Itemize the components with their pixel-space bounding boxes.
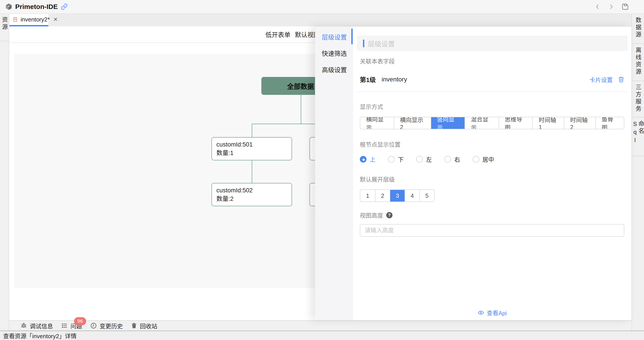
clock-icon	[90, 322, 97, 329]
lowcode-form-button[interactable]: 低开表单	[266, 26, 290, 42]
right-rail-item-named-sql[interactable]: 命名Sql	[632, 117, 644, 156]
display-mode-option-6[interactable]: 时间轴1	[532, 117, 564, 129]
app-title: Primeton-IDE	[15, 3, 58, 10]
tree-connector	[301, 95, 301, 124]
right-rail-item-offline-resources[interactable]: 离线资源	[632, 44, 644, 81]
menu-item-level-settings[interactable]: 层级设置	[315, 29, 353, 45]
view-api-label: 查看Api	[487, 309, 507, 317]
app-logo-icon	[5, 3, 12, 10]
eye-icon	[477, 310, 484, 316]
radio-icon	[388, 156, 395, 163]
recycle-bin-label: 回收站	[140, 322, 157, 330]
radio-label: 上	[370, 155, 376, 163]
node-line2: 数量:1	[216, 149, 292, 157]
display-mode-option-1[interactable]: 横向显示	[360, 117, 394, 129]
root-position-label: 根节点显示位置	[360, 140, 624, 148]
forward-icon[interactable]	[608, 4, 614, 10]
expand-level-option-1[interactable]: 1	[360, 190, 375, 202]
change-history-label: 变更历史	[100, 322, 123, 330]
panel-header-title: 层级设置	[368, 38, 395, 48]
menu-item-advanced-settings[interactable]: 高级设置	[315, 61, 353, 78]
display-mode-group: 横向显示 横向显示2 竖向显示 混合显示 思维导图 时间轴1 时间轴2 鱼骨图	[360, 117, 624, 129]
recycle-bin-button[interactable]: 回收站	[131, 322, 157, 330]
header-accent-bar	[363, 39, 364, 47]
display-mode-option-2[interactable]: 横向显示2	[394, 117, 431, 129]
titlebar-actions	[595, 3, 639, 10]
root-position-group: 上 下 左 右 居中	[360, 155, 624, 163]
tree-connector	[252, 124, 252, 137]
root-position-option-top[interactable]: 上	[360, 155, 376, 163]
tree-node-502[interactable]: customId:502 数量:2	[212, 183, 292, 206]
list-icon	[61, 322, 68, 329]
level-label: 第1级	[360, 75, 376, 84]
node-line2: 数量:2	[216, 195, 292, 203]
view-height-label: 视图高度	[360, 211, 383, 219]
settings-content: 层级设置 关联本表字段 第1级 inventory 卡片设置 显示方式 横向显示	[353, 27, 632, 320]
radio-icon	[472, 156, 479, 163]
right-rail-label: 命名Sql	[632, 121, 644, 156]
display-mode-option-5[interactable]: 思维导图	[498, 117, 532, 129]
active-menu-indicator	[351, 29, 353, 44]
right-rail: 数据源 离线资源 三方服务 命名Sql	[632, 14, 644, 331]
level-row: 第1级 inventory 卡片设置	[360, 75, 624, 84]
view-height-input[interactable]	[360, 224, 624, 237]
menu-item-quick-filter[interactable]: 快速筛选	[315, 45, 353, 61]
help-icon[interactable]: ?	[386, 212, 392, 218]
display-mode-option-8[interactable]: 鱼骨图	[596, 117, 624, 129]
bottom-toolbar: 调试信息 问题 96 变更历史	[9, 320, 632, 331]
right-rail-item-thirdparty-services[interactable]: 三方服务	[632, 81, 644, 117]
expand-level-option-4[interactable]: 4	[404, 190, 419, 202]
debug-info-button[interactable]: 调试信息	[20, 322, 53, 330]
problems-count-badge: 96	[74, 317, 86, 325]
change-history-button[interactable]: 变更历史	[90, 322, 123, 330]
back-icon[interactable]	[595, 4, 600, 10]
card-settings-link[interactable]: 卡片设置	[590, 75, 613, 84]
root-position-option-center[interactable]: 居中	[472, 155, 494, 163]
document-icon	[12, 17, 18, 22]
left-rail: 资源	[0, 14, 9, 331]
field-section-label: 关联本表字段	[360, 57, 624, 65]
settings-menu: 层级设置 快速筛选 高级设置	[315, 27, 353, 320]
tabbar: inventory2* ✕	[9, 14, 632, 26]
root-position-option-right[interactable]: 右	[444, 155, 460, 163]
display-mode-option-7[interactable]: 时间轴2	[564, 117, 596, 129]
display-mode-option-4[interactable]: 混合显示	[464, 117, 498, 129]
right-rail-label: 三方服务	[635, 84, 641, 117]
statusbar: 查看资源「inventory2」详情	[0, 331, 644, 340]
radio-label: 下	[398, 155, 404, 163]
right-rail-label: 离线资源	[635, 47, 641, 80]
expand-level-label: 默认展开层级	[360, 175, 624, 183]
radio-icon	[444, 156, 451, 163]
radio-label: 左	[426, 155, 432, 163]
right-rail-label: 数据源	[635, 17, 641, 43]
trash-icon	[131, 323, 137, 329]
problems-button[interactable]: 问题 96	[61, 322, 82, 330]
view-api-link[interactable]: 查看Api	[477, 309, 507, 317]
tree-node-501[interactable]: customId:501 数量:1	[212, 137, 292, 160]
debug-icon	[20, 322, 27, 329]
save-icon[interactable]	[622, 3, 629, 10]
primeton-ide-window: Primeton-IDE 资源	[0, 0, 644, 340]
expand-level-option-5[interactable]: 5	[419, 190, 434, 202]
expand-level-option-3[interactable]: 3	[390, 190, 404, 202]
root-position-option-bottom[interactable]: 下	[388, 155, 404, 163]
left-rail-item-resources[interactable]: 资源	[0, 14, 9, 41]
view-height-row: 视图高度 ?	[360, 211, 624, 219]
root-position-option-left[interactable]: 左	[416, 155, 432, 163]
link-icon[interactable]	[61, 3, 68, 10]
debug-info-label: 调试信息	[30, 322, 53, 330]
node-line1: customId:502	[216, 186, 292, 195]
display-mode-label: 显示方式	[360, 102, 624, 110]
radio-icon	[360, 156, 366, 163]
expand-level-option-2[interactable]: 2	[375, 190, 390, 202]
display-mode-option-3[interactable]: 竖向显示	[431, 117, 465, 129]
close-icon[interactable]: ✕	[53, 16, 58, 22]
tab-inventory2[interactable]: inventory2* ✕	[10, 14, 48, 26]
left-rail-label: 资源	[2, 16, 8, 41]
titlebar: Primeton-IDE	[0, 0, 644, 14]
node-line1: customId:501	[216, 140, 292, 149]
delete-level-icon[interactable]	[618, 76, 624, 82]
right-rail-item-datasource[interactable]: 数据源	[632, 14, 644, 44]
level-field-value: inventory	[382, 76, 407, 83]
panel-header: 层级设置	[357, 35, 628, 51]
